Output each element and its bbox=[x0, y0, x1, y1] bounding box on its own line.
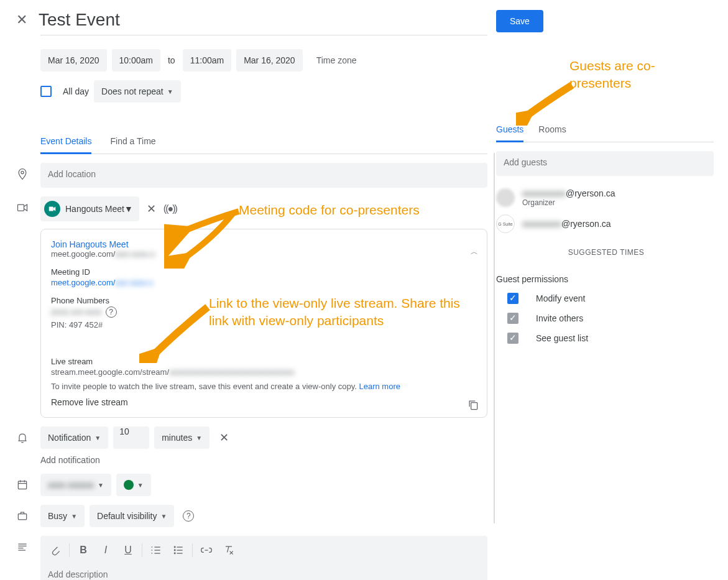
color-select[interactable]: ▼ bbox=[116, 474, 151, 496]
description-icon bbox=[16, 536, 40, 553]
bold-icon[interactable]: B bbox=[72, 539, 94, 561]
svg-point-8 bbox=[174, 553, 175, 554]
annotation-guests: Guests are co-presenters bbox=[569, 57, 706, 93]
livestream-label: Live stream bbox=[51, 357, 477, 366]
guest-row[interactable]: xxxxxxxxxx@ryerson.ca Organizer bbox=[496, 185, 714, 211]
start-date[interactable]: Mar 16, 2020 bbox=[40, 49, 107, 71]
allday-checkbox[interactable] bbox=[40, 86, 52, 97]
pin-label: PIN: 497 452# bbox=[51, 320, 477, 329]
add-notification-button[interactable]: Add notification bbox=[40, 455, 487, 465]
svg-rect-5 bbox=[18, 514, 26, 520]
end-time[interactable]: 11:00am bbox=[183, 49, 231, 71]
clear-format-icon[interactable] bbox=[218, 539, 240, 561]
remove-livestream-button[interactable]: Remove live stream bbox=[51, 397, 477, 407]
svg-rect-1 bbox=[18, 205, 24, 211]
remove-notification-icon[interactable]: ✕ bbox=[219, 431, 229, 444]
conference-select[interactable]: Hangouts Meet ▼ bbox=[40, 196, 139, 221]
svg-point-0 bbox=[21, 171, 24, 173]
permissions-title: Guest permissions bbox=[496, 274, 714, 284]
visibility-help-icon[interactable]: ? bbox=[183, 510, 194, 522]
meeting-id-label: Meeting ID bbox=[51, 267, 477, 277]
availability-select[interactable]: Busy▼ bbox=[40, 505, 85, 527]
underline-icon[interactable]: U bbox=[117, 539, 139, 561]
remove-conference-icon[interactable]: ✕ bbox=[147, 202, 156, 216]
allday-label: All day bbox=[63, 86, 89, 96]
briefcase-icon bbox=[16, 505, 40, 522]
conference-details: ︿ Join Hangouts Meet meet.google.com/ixx… bbox=[40, 229, 487, 418]
video-icon bbox=[16, 196, 40, 214]
livestream-toggle-icon[interactable]: ((●)) bbox=[164, 203, 177, 214]
hangouts-meet-icon bbox=[44, 201, 60, 217]
calendar-select[interactable]: xxxx xxxxxx▼ bbox=[40, 474, 111, 496]
perm-invite-checkbox[interactable] bbox=[507, 313, 518, 324]
visibility-select[interactable]: Default visibility▼ bbox=[90, 505, 174, 527]
save-button[interactable]: Save bbox=[496, 10, 543, 32]
to-label: to bbox=[165, 55, 178, 65]
numbered-list-icon[interactable] bbox=[145, 539, 167, 561]
learn-more-link[interactable]: Learn more bbox=[359, 382, 400, 391]
perm-see-checkbox[interactable] bbox=[507, 333, 518, 344]
perm-see-label: See guest list bbox=[536, 333, 588, 343]
copy-icon[interactable] bbox=[467, 398, 479, 413]
calendar-icon bbox=[16, 474, 40, 491]
tab-find-time[interactable]: Find a Time bbox=[110, 130, 155, 154]
add-guests-input[interactable] bbox=[496, 151, 714, 176]
location-icon bbox=[16, 163, 40, 180]
perm-modify-checkbox[interactable] bbox=[507, 293, 518, 304]
bell-icon bbox=[16, 426, 40, 444]
guest-row[interactable]: G Suite xxxxxxxxx@ryerson.ca bbox=[496, 211, 714, 237]
end-date[interactable]: Mar 16, 2020 bbox=[236, 49, 303, 71]
phone-label: Phone Numbers bbox=[51, 296, 477, 305]
location-input[interactable] bbox=[40, 163, 487, 188]
scroll-indicator bbox=[494, 153, 495, 523]
phone-help-icon[interactable]: ? bbox=[106, 306, 117, 318]
svg-rect-4 bbox=[18, 481, 26, 489]
timezone-link[interactable]: Time zone bbox=[316, 55, 357, 65]
svg-point-7 bbox=[174, 550, 175, 551]
svg-point-6 bbox=[174, 546, 175, 548]
description-toolbar: B I U bbox=[40, 536, 487, 564]
collapse-icon[interactable]: ︿ bbox=[471, 247, 478, 257]
notification-value-input[interactable]: 10 bbox=[113, 426, 149, 449]
perm-invite-label: Invite others bbox=[536, 313, 583, 323]
bullet-list-icon[interactable] bbox=[167, 539, 190, 561]
suggested-times-button[interactable]: SUGGESTED TIMES bbox=[499, 248, 714, 257]
notification-type-select[interactable]: Notification▼ bbox=[40, 426, 108, 449]
tab-rooms[interactable]: Rooms bbox=[538, 118, 566, 142]
start-time[interactable]: 10:00am bbox=[112, 49, 160, 71]
event-title[interactable]: Test Event bbox=[39, 10, 487, 30]
perm-modify-label: Modify event bbox=[536, 293, 585, 303]
event-color-dot bbox=[124, 480, 134, 490]
italic-icon[interactable]: I bbox=[94, 539, 117, 561]
join-meet-link[interactable]: Join Hangouts Meet bbox=[51, 239, 477, 249]
notification-unit-select[interactable]: minutes▼ bbox=[154, 426, 210, 449]
svg-rect-2 bbox=[49, 207, 53, 211]
description-input[interactable]: Add description bbox=[40, 564, 487, 580]
svg-rect-3 bbox=[471, 403, 477, 410]
link-icon[interactable] bbox=[195, 539, 218, 561]
attach-icon[interactable] bbox=[44, 539, 67, 561]
close-icon[interactable]: ✕ bbox=[16, 12, 34, 28]
repeat-select[interactable]: Does not repeat▼ bbox=[94, 80, 181, 103]
avatar bbox=[496, 188, 515, 207]
tab-event-details[interactable]: Event Details bbox=[40, 130, 91, 154]
avatar: G Suite bbox=[496, 214, 515, 233]
tab-guests[interactable]: Guests bbox=[496, 118, 523, 142]
